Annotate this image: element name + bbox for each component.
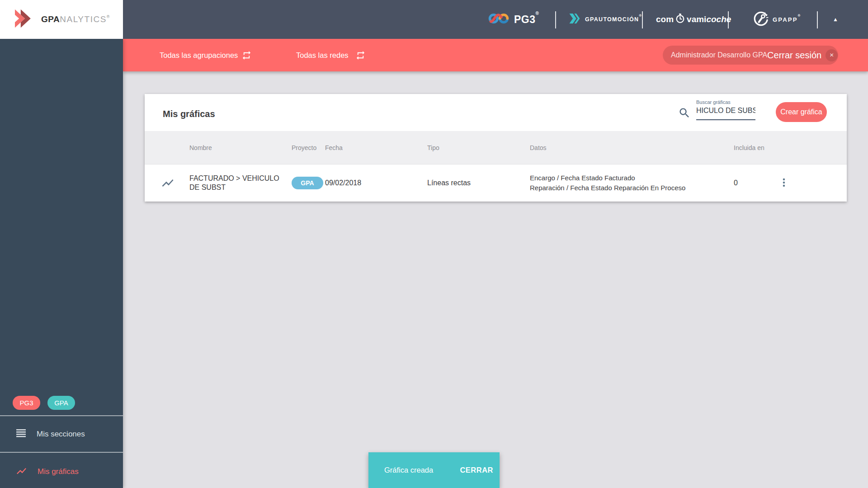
gpautomocion-logo[interactable]: GPAUTOMOCIÓN® — [569, 0, 642, 39]
row-date: 09/02/2018 — [325, 179, 361, 187]
gpapp-wordmark: GPAPP® — [773, 16, 802, 23]
charts-card: Mis gráficas Buscar gráficas HICULO DE S… — [145, 94, 847, 202]
app-root: GPANALYTICS® PG3® GPAUTOMOCIÓN — [0, 0, 868, 488]
sidebar: PG3 GPA Mis secciones Mis gráficas — [0, 39, 123, 488]
agrupaciones-swap-icon[interactable] — [241, 50, 252, 62]
pg3-logo[interactable]: PG3® — [487, 0, 539, 39]
topbar-divider — [555, 11, 556, 28]
sidebar-badges: PG3 GPA — [13, 396, 75, 410]
row-type: Líneas rectas — [427, 179, 471, 187]
gpanalytics-arrow-icon — [13, 9, 37, 30]
user-name: Administrador Desarrollo GPA — [671, 51, 767, 59]
gpapp-wrench-gauge-icon — [753, 11, 769, 28]
topbar-divider — [728, 11, 729, 28]
comova-vamicoche-text: vamicoche — [687, 14, 731, 24]
redes-selector[interactable]: Todas las redes — [296, 39, 349, 71]
redes-swap-icon[interactable] — [355, 50, 366, 62]
row-kebab-menu-icon[interactable] — [776, 175, 792, 192]
sidebar-item-label: Mis gráficas — [38, 467, 79, 476]
page-title: Mis gráficas — [163, 109, 215, 119]
table-row[interactable]: FACTURADO > VEHICULO DE SUBST GPA 09/02/… — [145, 164, 847, 202]
column-header-fecha: Fecha — [325, 131, 411, 164]
gpautomocion-chevrons-icon — [569, 13, 581, 26]
row-included-count: 0 — [734, 179, 738, 187]
agrupaciones-selector[interactable]: Todas las agrupaciones — [160, 39, 238, 71]
column-header-nombre: Nombre — [189, 131, 285, 164]
snackbar: Gráfica creada CERRAR — [368, 452, 500, 488]
snackbar-message: Gráfica creada — [384, 466, 433, 474]
comova-clock-icon — [675, 13, 685, 26]
badge-gpa[interactable]: GPA — [47, 396, 75, 410]
gpanalytics-logo[interactable]: GPANALYTICS® — [0, 0, 123, 39]
sidebar-item-mis-secciones[interactable]: Mis secciones — [0, 416, 123, 452]
project-badge: GPA — [292, 177, 323, 189]
search-field-label: Buscar gráficas — [696, 99, 731, 105]
chart-line-icon — [16, 465, 27, 479]
row-data-series: Encargo / Fecha Estado Facturado Reparac… — [530, 173, 685, 193]
topbar-divider — [817, 11, 818, 28]
comova-com-text: com — [656, 14, 674, 24]
gpautomocion-wordmark: GPAUTOMOCIÓN® — [585, 16, 642, 23]
comovamicoche-logo[interactable]: com vamicoche — [656, 0, 731, 39]
filter-bar: Todas las agrupaciones Todas las redes A… — [123, 39, 868, 71]
gpapp-logo[interactable]: GPAPP® — [753, 0, 802, 39]
collapse-caret-icon[interactable]: ▲ — [827, 0, 844, 39]
top-bar: GPANALYTICS® PG3® GPAUTOMOCIÓN — [0, 0, 868, 39]
row-chart-type-icon — [161, 164, 179, 202]
pg3-infinity-icon — [487, 12, 510, 27]
badge-pg3[interactable]: PG3 — [13, 396, 40, 410]
column-header-incluida-en: Incluida en — [734, 131, 765, 164]
snackbar-close-button[interactable]: CERRAR — [460, 466, 493, 474]
search-icon[interactable] — [678, 107, 691, 121]
sidebar-item-mis-graficas[interactable]: Mis gráficas — [0, 453, 123, 488]
column-header-datos: Datos — [530, 131, 729, 164]
sidebar-item-label: Mis secciones — [37, 430, 85, 439]
sections-menu-icon — [16, 429, 26, 440]
column-header-tipo: Tipo — [427, 131, 524, 164]
search-input[interactable]: HICULO DE SUBST — [696, 107, 755, 120]
pg3-wordmark: PG3® — [514, 14, 539, 26]
topbar-divider — [642, 11, 643, 28]
table-header: Nombre Proyecto Fecha Tipo Datos Incluid… — [145, 131, 847, 164]
row-name: FACTURADO > VEHICULO DE SUBST — [189, 174, 285, 192]
logout-close-icon[interactable]: ✕ — [826, 49, 838, 61]
create-chart-button[interactable]: Crear gráfica — [776, 102, 827, 122]
user-session-pill: Administrador Desarrollo GPA Cerrar sesi… — [663, 46, 838, 65]
gpanalytics-wordmark: GPANALYTICS® — [41, 14, 110, 24]
logout-button[interactable]: Cerrar sesión — [767, 50, 821, 61]
